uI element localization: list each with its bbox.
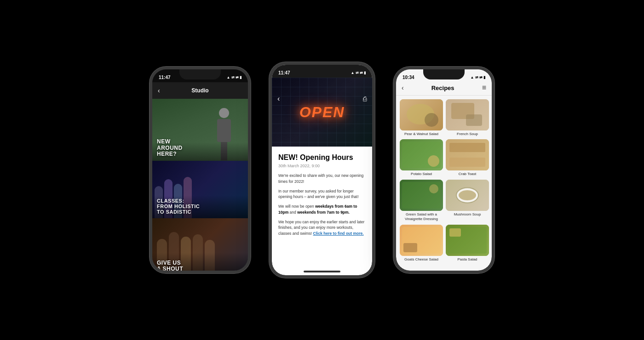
recipe-label-pasta-salad: Pasta Salad — [457, 257, 477, 262]
recipe-img-potato-salad — [400, 139, 443, 170]
recipes-header: ‹ Recipes ≡ — [396, 82, 492, 96]
card2-text: CLASSES: FROM HOLISTIC TO SADISTIC — [157, 198, 242, 215]
recipe-label-crab-toast: Crab Toast — [459, 172, 477, 176]
phone-article: 11:47 ▲ ⇌ ⇄ ▮ OPEN ‹ ⎙ N — [269, 62, 375, 278]
status-bar-3: 10:34 ▲ ⇌ ⇄ ▮ — [396, 69, 492, 82]
article-paragraph-2: In our member survey, you asked for long… — [278, 188, 366, 200]
card1-text: NEW AROUND HERE? — [157, 139, 242, 157]
status-icons-3: ▲ ⇌ ⇄ ▮ — [470, 75, 485, 79]
recipe-item-crab-toast[interactable]: Crab Toast — [446, 139, 489, 176]
recipe-label-goats-cheese: Goats Cheese Salad — [404, 257, 438, 262]
studio-card-2[interactable]: CLASSES: FROM HOLISTIC TO SADISTIC — [152, 161, 248, 218]
recipe-label-mushroom-soup: Mushroom Soup — [454, 212, 481, 217]
recipe-item-potato-salad[interactable]: Potato Salad — [400, 139, 443, 176]
recipe-img-goats-cheese — [400, 225, 443, 256]
recipe-item-pasta-salad[interactable]: Pasta Salad — [446, 225, 489, 262]
status-bar-2: 11:47 ▲ ⇌ ⇄ ▮ — [272, 65, 372, 78]
p3-bold2: weekends from 7am to 9pm. — [297, 210, 350, 215]
article-body: NEW! Opening Hours 30th March 2022, 9:00… — [272, 147, 372, 245]
studio-content: NEW AROUND HERE? CLASSES: — [152, 99, 248, 271]
status-bar-1: 11:47 ▲ ⇌ ⇄ ▮ — [152, 69, 248, 82]
article-nav: ‹ ⎙ — [272, 91, 372, 107]
recipe-item-mushroom-soup[interactable]: Mushroom Soup — [446, 180, 489, 222]
status-icons-1: ▲ ⇌ ⇄ ▮ — [226, 75, 242, 79]
status-time-3: 10:34 — [402, 75, 414, 80]
article-back-button[interactable]: ‹ — [277, 95, 280, 103]
card3-text: GIVE US A SHOUT — [157, 260, 242, 271]
recipes-grid: Pear & Walnut Salad French Soup — [396, 96, 492, 266]
recipe-img-french-soup — [446, 99, 489, 130]
article-link[interactable]: Click here to find out more. — [313, 231, 364, 236]
recipe-label-green-salad: Green Salad with a Vinaigrette Dressing — [400, 212, 443, 222]
recipe-item-green-salad[interactable]: Green Salad with a Vinaigrette Dressing — [400, 180, 443, 222]
article-paragraph-4: We hope you can enjoy the earlier starts… — [278, 219, 366, 237]
article-paragraph-3: We will now be open weekdays from 6am to… — [278, 204, 366, 215]
article-paragraph-1: We're excited to share with you, our new… — [278, 173, 366, 185]
studio-header: ‹ Studio — [152, 82, 248, 99]
article-date: 30th March 2022, 9:00 — [278, 164, 366, 168]
studio-title: Studio — [191, 87, 208, 94]
recipe-img-crab-toast — [446, 139, 489, 170]
home-indicator-2 — [304, 271, 340, 272]
recipe-img-mushroom-soup — [446, 180, 489, 211]
status-icons-2: ▲ ⇌ ⇄ ▮ — [351, 71, 366, 75]
phone-studio: 11:47 ▲ ⇌ ⇄ ▮ ‹ Studio — [150, 67, 251, 273]
back-button-1[interactable]: ‹ — [158, 87, 160, 94]
recipe-img-pear-walnut — [400, 99, 443, 130]
status-time-2: 11:47 — [278, 70, 290, 75]
recipes-menu-button[interactable]: ≡ — [482, 84, 486, 91]
recipe-item-goats-cheese[interactable]: Goats Cheese Salad — [400, 225, 443, 262]
studio-card-3[interactable]: GIVE US A SHOUT — [152, 218, 248, 271]
recipe-label-potato-salad: Potato Salad — [411, 172, 432, 176]
recipe-item-french-soup[interactable]: French Soup — [446, 99, 489, 136]
recipe-img-green-salad — [400, 180, 443, 211]
svg-rect-0 — [272, 78, 372, 147]
article-hero-image: OPEN ‹ ⎙ — [272, 78, 372, 147]
article-title: NEW! Opening Hours — [278, 153, 366, 162]
recipes-back-button[interactable]: ‹ — [402, 84, 404, 91]
recipe-item-pear-walnut[interactable]: Pear & Walnut Salad — [400, 99, 443, 136]
recipe-img-pasta-salad — [446, 225, 489, 256]
status-time-1: 11:47 — [159, 75, 171, 80]
article-share-button[interactable]: ⎙ — [363, 95, 367, 102]
phone-recipes: 10:34 ▲ ⇌ ⇄ ▮ ‹ Recipes ≡ Pear & Walnut … — [393, 67, 494, 273]
recipes-title: Recipes — [431, 85, 454, 91]
recipe-label-pear-walnut: Pear & Walnut Salad — [404, 132, 438, 136]
recipe-label-french-soup: French Soup — [457, 132, 478, 136]
studio-card-1[interactable]: NEW AROUND HERE? — [152, 99, 248, 161]
p3-prefix: We will now be open — [278, 204, 315, 209]
p3-middle: and — [288, 210, 297, 215]
